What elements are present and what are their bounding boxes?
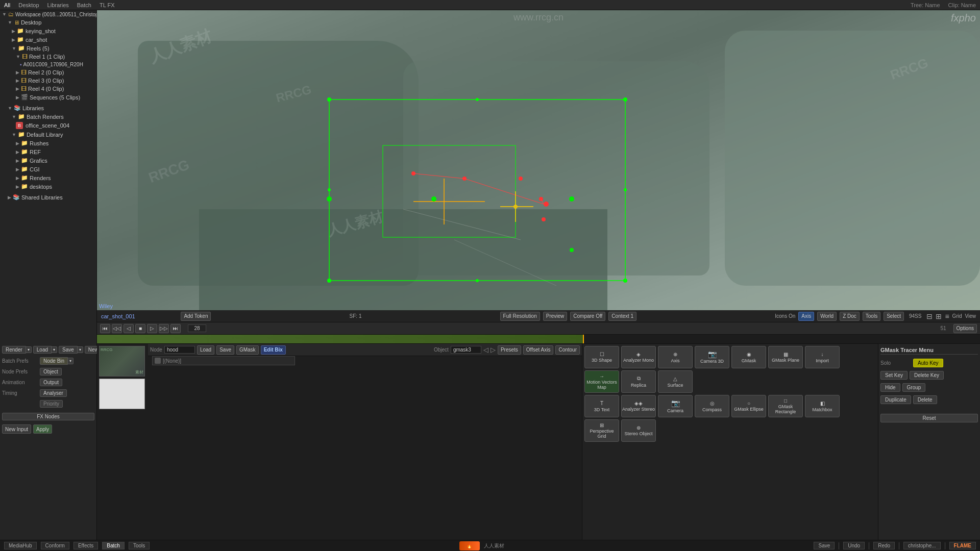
viewport-background[interactable]: 人人素材 RRCG RRCG 人人素材 RRCG [97, 10, 980, 311]
3d-text-tool[interactable]: T 3D Text [584, 395, 619, 417]
load-dropdown[interactable]: Load ▾ [33, 346, 57, 354]
node-bin-dropdown[interactable]: Node Bin ▾ [40, 357, 74, 365]
sidebar-item-libraries[interactable]: ▼ 📚 Libraries [0, 104, 96, 112]
analyzer-mono-tool[interactable]: ◈ Analyzer Mono [621, 346, 656, 368]
sidebar-item-grafics[interactable]: ▶ 📁 Grafics [0, 156, 96, 165]
contour-button[interactable]: Contour [555, 345, 580, 355]
output-button[interactable]: Output [40, 379, 62, 386]
gmask-rectangle-tool[interactable]: □ GMask Rectangle [768, 395, 803, 417]
context-button[interactable]: Context 1 [608, 312, 636, 321]
import-tool[interactable]: ↓ Import [805, 346, 840, 368]
sidebar-item-reel4[interactable]: ▶ 🎞 Reel 4 (0 Clip) [0, 85, 96, 93]
zoom-reset-icon[interactable]: ⊟ [926, 312, 933, 320]
object-button[interactable]: Object [40, 368, 62, 375]
play-forward[interactable]: ▷ [147, 324, 157, 333]
fx-nodes-button[interactable]: FX Nodes [2, 413, 94, 420]
options-button[interactable]: Options [953, 324, 977, 333]
apply-button[interactable]: Apply [33, 424, 52, 434]
sidebar-item-reel3[interactable]: ▶ 🎞 Reel 3 (0 Clip) [0, 77, 96, 85]
render-dropdown[interactable]: Render ▾ [2, 346, 32, 354]
gmask-ellipse-tool[interactable]: ○ GMask Ellipse [731, 395, 766, 417]
camera-tool[interactable]: 📷 Camera [658, 395, 693, 417]
gmask-tool[interactable]: ◉ GMask [731, 346, 766, 368]
tab-libraries[interactable]: Libraries [47, 2, 69, 8]
axis-button[interactable]: Axis [798, 312, 814, 321]
tools-button[interactable]: Tools [863, 312, 880, 321]
gmask3-input[interactable] [451, 346, 481, 354]
timeline-bar[interactable] [97, 335, 980, 344]
sidebar-item-keying[interactable]: ▶ 📁 keying_shot [0, 27, 96, 35]
grid-toggle-icon[interactable]: ⊞ [936, 312, 942, 320]
sidebar-item-reels[interactable]: ▼ 📁 Reels (5) [0, 44, 96, 53]
sidebar-item-reel2[interactable]: ▶ 🎞 Reel 2 (0 Clip) [0, 68, 96, 77]
sidebar-item-cgi[interactable]: ▶ 📁 CGI [0, 165, 96, 173]
play-next-start[interactable]: ⏭ [170, 324, 181, 333]
tab-all[interactable]: All [4, 2, 10, 8]
new-input-button[interactable]: New Input [2, 424, 31, 434]
sidebar-item-batch-renders[interactable]: ▼ 📁 Batch Renders [0, 112, 96, 121]
batch-button[interactable]: Batch [102, 542, 125, 549]
compare-off-button[interactable]: Compare Off [570, 312, 605, 321]
select-button[interactable]: Select [884, 312, 904, 321]
sidebar-item-clip1[interactable]: ▪ A001C009_170906_R20H [0, 61, 96, 68]
zdoc-button[interactable]: Z Doc [840, 312, 860, 321]
save-status-button[interactable]: Save [814, 542, 835, 549]
perspective-grid-tool[interactable]: ⊞ Perspective Grid [584, 419, 619, 442]
surface-tool[interactable]: △ Surface [658, 370, 693, 393]
set-key-button[interactable]: Set Key [880, 371, 908, 380]
node-save-button[interactable]: Save [216, 345, 234, 355]
play-stop[interactable]: ■ [135, 324, 145, 333]
play-prev-frame[interactable]: ◁◁ [112, 324, 122, 333]
node-load-button[interactable]: Load [197, 345, 214, 355]
presets-button[interactable]: Presets [498, 345, 521, 355]
sidebar-item-renders[interactable]: ▶ 📁 Renders [0, 173, 96, 182]
play-next-frame[interactable]: ▷▷ [159, 324, 169, 333]
tab-desktop[interactable]: Desktop [18, 2, 39, 8]
world-button[interactable]: World [817, 312, 837, 321]
conform-button[interactable]: Conform [41, 542, 69, 549]
duplicate-button[interactable]: Duplicate [880, 395, 911, 404]
play-prev[interactable]: ◁ [124, 324, 134, 333]
camera-3d-tool[interactable]: 📷 Camera 3D [695, 346, 729, 368]
matchbox-tool[interactable]: ◧ Matchbox [805, 395, 840, 417]
analyser-button[interactable]: Analyser [40, 389, 67, 397]
add-token-button[interactable]: Add Token [181, 312, 211, 321]
compass-tool[interactable]: ◎ Compass [695, 395, 729, 417]
sidebar-item-desktops[interactable]: ▶ 📁 desktops [0, 182, 96, 191]
effects-button[interactable]: Effects [74, 542, 98, 549]
tab-batch[interactable]: Batch [77, 2, 91, 8]
sidebar-item-shared-libraries[interactable]: ▶ 📚 Shared Libraries [0, 193, 96, 202]
sidebar-item-carshot[interactable]: ▶ 📁 car_shot [0, 35, 96, 44]
hide-button[interactable]: Hide [880, 383, 900, 392]
reset-button[interactable]: Reset [880, 414, 978, 422]
mediahub-button[interactable]: MediaHub [4, 542, 37, 549]
axis-tool[interactable]: ⊕ Axis [658, 346, 693, 368]
tab-tlfx[interactable]: TL FX [100, 2, 115, 8]
frame-number-input[interactable] [188, 324, 206, 332]
node-hood-input[interactable] [164, 346, 195, 354]
gmask-button[interactable]: GMask [236, 345, 259, 355]
offset-axis-button[interactable]: Offset Axis [523, 345, 554, 355]
app-label-button[interactable]: FLAME [949, 542, 976, 549]
stereo-object-tool[interactable]: ⊛ Stereo Object [621, 419, 656, 442]
delete-button[interactable]: Delete [913, 395, 937, 404]
sidebar-item-ref[interactable]: ▶ 📁 REF [0, 147, 96, 156]
undo-button[interactable]: Undo [843, 542, 865, 549]
node-next-icon[interactable]: ▷ [491, 346, 496, 354]
edit-bix-button[interactable]: Edit Bix [261, 345, 286, 355]
sidebar-item-desktop[interactable]: ▼ 🖥 Desktop [0, 18, 96, 27]
resolution-button[interactable]: Full Resolution [500, 312, 540, 321]
analyzer-stereo-tool[interactable]: ◈◈ Analyzer Stereo [621, 395, 656, 417]
tools-status-button[interactable]: Tools [129, 542, 150, 549]
sidebar-item-sequences[interactable]: ▶ 🎬 Sequences (5 Clips) [0, 93, 96, 102]
sidebar-item-rushes[interactable]: ▶ 📁 Rushes [0, 139, 96, 147]
node-prev-icon[interactable]: ◁ [483, 346, 488, 354]
motion-vectors-tool[interactable]: → Motion Vectors Map [584, 370, 619, 393]
video-thumbnail[interactable]: RRCG 素材 [99, 346, 145, 377]
node-item-1[interactable]: [(None)] [152, 356, 295, 365]
preview-button[interactable]: Preview [543, 312, 568, 321]
redo-button[interactable]: Redo [873, 542, 895, 549]
sidebar-item-default-library[interactable]: ▼ 📁 Default Library [0, 130, 96, 139]
blank-thumbnail[interactable] [99, 379, 145, 409]
sidebar-item-office-scene[interactable]: B office_scene_004 [0, 121, 96, 130]
